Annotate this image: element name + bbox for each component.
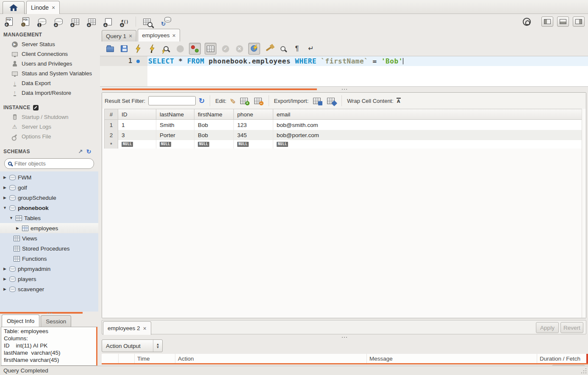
cell-email[interactable]: bob@smith.com (273, 120, 582, 130)
table-row[interactable]: 1 1 Smith Bob 123 bob@smith.com (105, 120, 582, 130)
sidebar-item-options-file[interactable]: Options File (0, 132, 98, 141)
close-icon[interactable]: × (143, 325, 147, 331)
close-icon[interactable]: × (129, 33, 132, 39)
refresh-schemas-icon[interactable]: ↻ (86, 148, 92, 155)
chevron-down-icon[interactable]: ▼ (3, 206, 7, 210)
edit-record-icon[interactable]: ✎ (228, 98, 237, 104)
column-header-num[interactable]: # (105, 109, 118, 119)
tree-item-fwm[interactable]: ▶ FWM (0, 172, 98, 182)
export-recordset-button[interactable] (311, 96, 322, 106)
chevron-down-icon[interactable]: ▼ (9, 216, 14, 220)
cell-lastname[interactable]: Porter (156, 130, 194, 140)
sidebar-item-status-system-variables[interactable]: Status and System Variables (0, 69, 98, 78)
tree-item-phpmyadmin[interactable]: ▶ phpmyadmin (0, 264, 98, 274)
schema-filter-input[interactable] (14, 160, 78, 167)
close-icon[interactable]: × (172, 33, 176, 39)
cell-phone[interactable]: 123 (234, 120, 273, 130)
beautify-button[interactable] (264, 44, 274, 54)
tree-item-golf[interactable]: ▶ golf (0, 182, 98, 193)
chevron-right-icon[interactable]: ▶ (3, 267, 7, 271)
chevron-right-icon[interactable]: ▶ (3, 185, 7, 190)
cell-id[interactable]: 1 (118, 120, 156, 130)
tab-object-info[interactable]: Object Info (2, 314, 39, 327)
column-header-firstname[interactable]: firstName (194, 109, 234, 119)
splitter-grip[interactable] (341, 88, 347, 90)
import-records-button[interactable] (325, 96, 336, 106)
output-view-selector[interactable]: Action Output ▲▼ (102, 339, 163, 352)
sidebar-splitter[interactable] (0, 312, 98, 314)
vertical-scrollbar[interactable] (582, 109, 586, 318)
delete-row-button[interactable]: − (252, 96, 263, 106)
create-view-button[interactable]: + (86, 16, 97, 28)
save-script-button[interactable] (119, 44, 129, 54)
tree-item-scavenger[interactable]: ▶ scavenger (0, 284, 98, 294)
tab-employees-2[interactable]: employees 2 × (103, 321, 151, 335)
schema-inspector-button[interactable]: i (36, 16, 48, 28)
explain-button[interactable] (161, 44, 171, 54)
column-header-phone[interactable]: phone (234, 109, 273, 119)
cell-phone[interactable]: 345 (234, 130, 273, 140)
create-function-button[interactable]: f()+ (119, 16, 130, 28)
apply-button[interactable]: Apply (536, 322, 559, 333)
cell-lastname[interactable]: Smith (156, 120, 194, 130)
tab-employees[interactable]: employees × (138, 29, 180, 41)
cell-null[interactable]: NULL (194, 140, 234, 149)
cell-firstname[interactable]: Bob (194, 130, 234, 140)
result-filter-input[interactable] (148, 96, 196, 105)
sql-editor[interactable]: 1 SELECT * FROM phonebook.employees WHER… (100, 56, 588, 87)
tree-item-phonebook[interactable]: ▼ phonebook (0, 203, 98, 213)
tree-item-stored-procedures[interactable]: Stored Procedures (0, 243, 98, 254)
editor-result-splitter[interactable] (100, 87, 588, 92)
tree-item-players[interactable]: ▶ players (0, 274, 98, 284)
toggle-bottom-panel-button[interactable] (557, 17, 569, 27)
refresh-icon[interactable]: ↻ (199, 97, 205, 105)
selector-spinner-icon[interactable]: ▲▼ (153, 340, 162, 352)
revert-button[interactable]: Revert (560, 322, 583, 333)
splitter-grip[interactable] (47, 312, 53, 314)
table-row[interactable]: 2 3 Porter Bob 345 bob@porter.com (105, 130, 582, 140)
column-header-action[interactable]: Action (175, 354, 367, 363)
sidebar-item-server-status[interactable]: ▶ Server Status (0, 39, 98, 49)
chevron-right-icon[interactable]: ▶ (15, 226, 20, 230)
column-header-time[interactable]: Time (135, 354, 175, 363)
create-schema-button[interactable]: + (53, 16, 64, 28)
tab-session[interactable]: Session (41, 315, 71, 327)
expand-schemas-icon[interactable]: ↗ (78, 148, 83, 155)
new-sql-tab-button[interactable]: SQL+ (3, 16, 15, 28)
connection-tab[interactable]: Linode × (26, 1, 60, 14)
chevron-right-icon[interactable]: ▶ (3, 196, 7, 200)
column-header-email[interactable]: email (273, 109, 582, 119)
schema-filter-box[interactable] (4, 158, 94, 169)
execute-button[interactable] (133, 44, 143, 54)
open-sql-script-button[interactable]: SQL↑ (20, 16, 31, 28)
tree-item-views[interactable]: Views (0, 233, 98, 243)
limit-rows-button[interactable] (205, 43, 216, 55)
reconnect-dbms-button[interactable]: ↻ (160, 16, 172, 28)
tree-item-groupschedule[interactable]: ▶ groupSchedule (0, 193, 98, 203)
sidebar-item-server-logs[interactable]: ⚠ Server Logs (0, 122, 98, 132)
rollback-button[interactable]: ✕ (234, 44, 244, 54)
cell-null[interactable]: NULL (156, 140, 194, 149)
close-icon[interactable]: × (52, 5, 55, 11)
toggle-right-panel-button[interactable] (573, 17, 585, 27)
cell-email[interactable]: bob@porter.com (273, 130, 582, 140)
new-row-placeholder[interactable]: * NULL NULL NULL NULL NULL (105, 140, 582, 149)
sql-statement[interactable]: SELECT * FROM phonebook.employees WHERE … (148, 56, 403, 66)
search-table-data-button[interactable] (141, 16, 153, 28)
cell-null[interactable]: NULL (234, 140, 273, 149)
create-stored-procedure-button[interactable]: + (103, 16, 114, 28)
column-header-lastname[interactable]: lastName (156, 109, 194, 119)
sidebar-item-data-import[interactable]: ↑ Data Import/Restore (0, 88, 98, 98)
home-tab[interactable] (3, 1, 25, 14)
commit-button[interactable]: ✓ (220, 44, 230, 54)
cell-null[interactable]: NULL (273, 140, 582, 149)
execute-current-statement-button[interactable] (147, 44, 157, 54)
toggle-left-panel-button[interactable] (541, 17, 553, 27)
add-row-button[interactable]: + (239, 96, 250, 106)
find-button[interactable] (278, 44, 288, 54)
open-script-button[interactable] (105, 44, 115, 54)
column-header-id[interactable]: ID (118, 109, 156, 119)
stop-query-button[interactable] (175, 44, 185, 54)
chevron-right-icon[interactable]: ▶ (3, 175, 7, 179)
tree-item-employees[interactable]: ▶ employees (0, 223, 98, 233)
